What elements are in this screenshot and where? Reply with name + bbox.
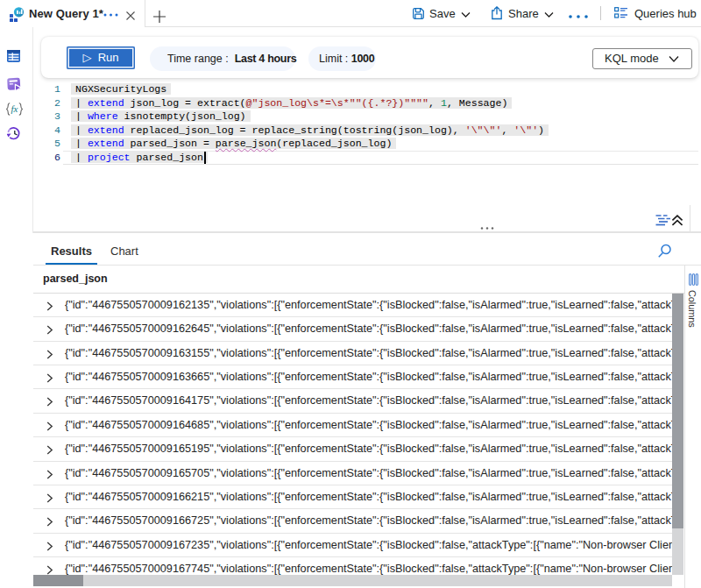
svg-text:fx: fx [11,103,18,114]
